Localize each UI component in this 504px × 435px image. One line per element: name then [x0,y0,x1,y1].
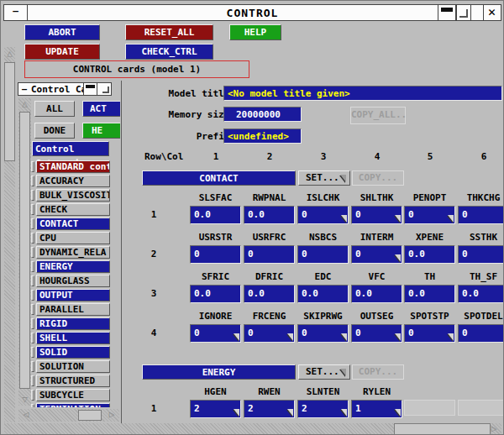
field-spotstp[interactable]: 0 [404,324,455,343]
sidebar-vertical-scrollbar[interactable]: △ ▽ [18,98,31,406]
window-horizontal-scrollbar[interactable]: ▷ [4,423,501,435]
field-usrfrc[interactable]: 0 [244,245,295,264]
field-skiprwg[interactable]: 0 [297,324,349,343]
sidebar-item-bulk-viscosit[interactable]: BULK_VISCOSIT [36,189,110,202]
sidebar-item-rigid[interactable]: RIGID [36,317,110,330]
scroll-right-icon[interactable]: ▷ [488,424,500,434]
field-vfc[interactable]: 0.0 [351,285,402,303]
dropdown-icon[interactable] [287,409,293,417]
field-sfric[interactable]: 0.0 [190,285,241,303]
active-button[interactable]: ACT [82,101,120,117]
sidebar-item-hourglass[interactable]: HOURGLASS [36,275,110,287]
copy-all-button[interactable]: COPY_ALL.. [350,107,406,124]
sidebar-scroll-up-icon[interactable]: △ [18,99,31,109]
sidebar-hscroll-thumb[interactable] [78,410,102,421]
sidebar-item-subcycle[interactable]: SUBCYCLE [36,389,110,401]
field-hgen[interactable]: 2 [190,400,241,418]
dropdown-icon[interactable] [341,333,347,341]
sidebar-item-shell[interactable]: SHELL [36,332,110,344]
dropdown-icon[interactable] [448,215,454,223]
dropdown-icon[interactable] [287,333,293,341]
field-spotdel[interactable]: 0 [458,324,504,343]
dropdown-icon[interactable] [234,409,239,417]
field-edc[interactable]: 0.0 [297,285,349,303]
sidebar-shade-button[interactable] [83,83,97,95]
done-button[interactable]: DONE [34,123,75,139]
sidebar-item-energy[interactable]: ENERGY [36,260,110,273]
dropdown-icon[interactable] [341,409,347,417]
section-button-contact[interactable]: CONTACT [142,170,296,186]
field-dfric[interactable]: 0.0 [244,285,295,303]
field-rwpnal[interactable]: 0.0 [244,206,295,224]
section-button-energy[interactable]: ENERGY [142,364,296,380]
field-rylen[interactable]: 1 [351,400,402,418]
sidebar-scroll-down-icon[interactable]: ▽ [18,395,31,405]
field-slnten[interactable]: 2 [297,400,349,418]
sidebar-item-dynamic-rela[interactable]: DYNAMIC_RELA [36,246,110,259]
sidebar-item-accuracy[interactable]: ACCURACY [36,175,110,187]
field-outseg[interactable]: 0 [351,324,402,343]
window-vertical-scrollbar[interactable]: △ [4,47,15,422]
field-thkchg[interactable]: 0 [458,206,504,224]
check-ctrl-button[interactable]: CHECK_CTRL [125,44,213,60]
sidebar-maximize-button[interactable] [97,83,111,95]
sidebar-item-cpu[interactable]: CPU [36,232,110,244]
window-close-button[interactable]: ✕ [483,5,500,20]
abort-button[interactable]: ABORT [24,24,100,40]
field-ssthk[interactable]: 0 [458,245,504,264]
sidebar-vscroll-thumb[interactable] [19,112,30,389]
field-nsbcs[interactable]: 0 [297,245,349,264]
dropdown-icon[interactable] [234,333,239,341]
field-frceng[interactable]: 0 [244,324,295,343]
sidebar-item-solution[interactable]: SOLUTION [36,360,110,373]
sidebar-item-termination[interactable]: TERMINATION [36,403,110,407]
field-shlthk[interactable]: 0 [351,206,402,224]
field-rwen[interactable]: 2 [244,400,295,418]
update-button[interactable]: UPDATE [24,44,100,60]
window-shade-button[interactable] [438,5,456,20]
field-penopt[interactable]: 0 [404,206,455,224]
copy-button[interactable]: COPY... [352,364,404,380]
all-button[interactable]: ALL [34,101,75,117]
sidebar-item-structured[interactable]: STRUCTURED [36,375,110,387]
window-hscroll-thumb[interactable] [394,423,491,435]
window-titlebar[interactable]: — CONTROL ✕ [3,4,501,21]
set-button[interactable]: SET... [298,170,350,186]
sidebar-item-output[interactable]: OUTPUT [36,289,110,301]
field-xpene[interactable]: 0.0 [404,245,455,264]
field-ignore[interactable]: 0 [190,324,241,343]
dropdown-icon[interactable] [448,333,454,341]
sidebar-item-contact[interactable]: CONTACT [36,218,110,230]
sidebar-item-solid[interactable]: SOLID [36,346,110,359]
field-islchk[interactable]: 0 [297,206,349,224]
field-th[interactable]: 0.0 [404,285,455,303]
sidebar-horizontal-scrollbar[interactable]: ◁ ▷ [18,409,119,422]
sidebar-titlebar[interactable]: — Control Cat [18,82,112,96]
sidebar-item-standard-contr[interactable]: STANDARD contr [36,160,110,173]
field-interm[interactable]: 0 [351,245,402,264]
field-th-sf[interactable]: 0.0 [458,285,504,303]
dropdown-icon[interactable] [395,409,401,417]
memory-size-field[interactable]: 20000000 [223,107,302,122]
sidebar-menu-button[interactable]: — [18,83,30,95]
set-button[interactable]: SET... [298,364,350,380]
window-maximize-button[interactable] [456,5,471,20]
dropdown-icon[interactable] [395,215,401,223]
sidebar-scroll-right-icon[interactable]: ▷ [106,410,118,420]
sidebar-scroll-left-icon[interactable]: ◁ [20,410,32,420]
sidebar-help-button[interactable]: HE [82,123,120,139]
field-slsfac[interactable]: 0.0 [190,206,241,224]
window-vscroll-thumb[interactable] [4,62,15,161]
model-title-field[interactable]: <No model title given> [223,86,502,101]
dropdown-icon[interactable] [395,333,401,341]
scroll-up-icon[interactable]: △ [4,49,15,59]
dropdown-icon[interactable] [341,215,347,223]
dropdown-icon[interactable] [395,254,401,262]
sidebar-item-check[interactable]: CHECK [36,203,110,216]
prefix-field[interactable]: <undefined> [223,128,302,144]
copy-button[interactable]: COPY... [352,170,404,186]
sidebar-item-parallel[interactable]: PARALLEL [36,303,110,316]
field-usrstr[interactable]: 0 [190,245,241,264]
help-button[interactable]: HELP [229,24,281,40]
reset-all-button[interactable]: RESET_ALL [125,24,213,40]
